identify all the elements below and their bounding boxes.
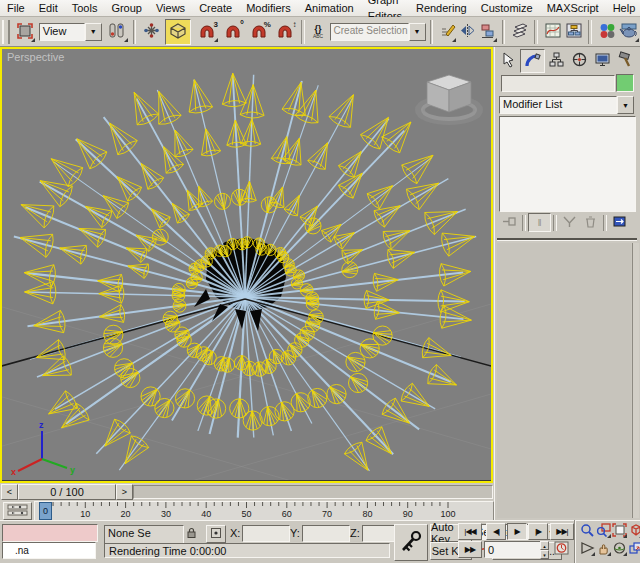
y-coordinate-label: Y:: [290, 527, 300, 539]
previous-frame-button[interactable]: ◀|: [486, 523, 506, 540]
schematic-view-button[interactable]: [563, 20, 584, 43]
angle-snap-button[interactable]: °: [221, 20, 245, 43]
menu-edit[interactable]: Edit: [32, 0, 65, 16]
zoom-extents-icon: [612, 523, 627, 539]
toolbar-separator: [133, 20, 137, 44]
maxscript-listener-line[interactable]: .na: [2, 542, 96, 559]
modifier-stack-list[interactable]: [499, 116, 636, 212]
selection-region-icon: [16, 22, 33, 41]
make-unique-button[interactable]: [559, 214, 580, 231]
configure-modifier-sets-button[interactable]: [609, 214, 630, 231]
menu-file[interactable]: File: [0, 0, 32, 16]
mirror-button[interactable]: [457, 20, 477, 43]
angle-snap-label: °: [240, 19, 244, 30]
remove-modifier-button[interactable]: [580, 214, 601, 231]
play-button[interactable]: ▶: [507, 523, 527, 540]
create-selection-set-combo[interactable]: Create Selection Set ▼: [330, 23, 426, 41]
menu-animation[interactable]: Animation: [298, 0, 361, 16]
chevron-down-icon[interactable]: ▼: [409, 23, 426, 41]
mini-curve-editor-button[interactable]: [3, 502, 32, 520]
toolbar-drag-handle[interactable]: [2, 20, 10, 44]
snaps-toggle-button[interactable]: [165, 19, 191, 45]
go-to-start-button[interactable]: |◀◀: [458, 523, 482, 540]
menu-tools[interactable]: Tools: [65, 0, 105, 16]
set-keys-button[interactable]: [394, 524, 428, 561]
spinner-snap-button[interactable]: ↕: [273, 20, 297, 43]
tab-modify[interactable]: [520, 49, 545, 73]
menu-views[interactable]: Views: [149, 0, 192, 16]
object-name-field[interactable]: [501, 75, 615, 92]
z-coordinate-field[interactable]: [362, 525, 396, 542]
time-slider-handle[interactable]: 0 / 100: [18, 484, 116, 500]
menu-group[interactable]: Group: [104, 0, 149, 16]
chevron-down-icon[interactable]: ▼: [85, 23, 102, 41]
rollout-scrollbar[interactable]: [632, 243, 639, 518]
menu-bar: File Edit Tools Group Views Create Modif…: [0, 0, 640, 17]
perspective-viewport[interactable]: zxy Perspective: [0, 47, 493, 483]
spinner-up-icon[interactable]: ▴: [540, 541, 549, 550]
selection-region-button[interactable]: [14, 20, 36, 43]
min-max-toggle-button[interactable]: [626, 541, 640, 557]
selection-lock-button[interactable]: [182, 525, 201, 542]
time-configuration-button[interactable]: [552, 541, 571, 557]
next-frame-button[interactable]: |▶: [528, 523, 548, 540]
zoom-extents-all-button[interactable]: [626, 523, 640, 539]
current-frame-marker[interactable]: 0: [39, 502, 52, 520]
mini-curve-editor-icon: [7, 504, 28, 518]
main-toolbar: View ▼ 3: [0, 17, 640, 47]
menu-modifiers[interactable]: Modifiers: [239, 0, 298, 16]
menu-create[interactable]: Create: [192, 0, 239, 16]
frame-spinner[interactable]: ▴ ▾: [540, 541, 549, 557]
material-editor-button[interactable]: [596, 20, 617, 43]
use-pivot-point-center-button[interactable]: [105, 20, 129, 43]
tab-motion[interactable]: [568, 49, 591, 71]
svg-text:70: 70: [322, 509, 332, 518]
zoom-icon: [580, 523, 595, 539]
modifier-stack-toolbar: ‖: [499, 213, 634, 232]
align-button[interactable]: [478, 20, 498, 43]
y-coordinate-field[interactable]: [302, 525, 350, 542]
pin-stack-button[interactable]: [499, 214, 520, 231]
reference-coordinate-combo[interactable]: View ▼: [39, 23, 102, 41]
x-coordinate-field[interactable]: [242, 525, 290, 542]
create-selection-set-value: Create Selection Set: [330, 23, 409, 41]
tab-display[interactable]: [591, 49, 614, 71]
tab-utilities[interactable]: [614, 49, 637, 71]
edit-named-selection-sets-button[interactable]: [437, 20, 457, 43]
display-tab-icon: [594, 51, 611, 70]
time-slider-next-button[interactable]: >: [116, 484, 133, 500]
percent-snap-button[interactable]: %: [247, 20, 271, 43]
menu-customize[interactable]: Customize: [474, 0, 540, 16]
select-and-manipulate-button[interactable]: [140, 20, 162, 43]
render-setup-button[interactable]: [617, 20, 640, 43]
object-color-swatch[interactable]: [616, 74, 634, 92]
toolbar-separator: [588, 20, 592, 44]
chevron-down-icon[interactable]: ▼: [617, 96, 634, 114]
time-slider-track[interactable]: [133, 485, 493, 499]
named-selection-sets-button[interactable]: {} ABC: [309, 20, 328, 43]
snap-3d-button[interactable]: 3: [195, 20, 219, 43]
mirror-icon: [459, 22, 476, 41]
track-bar-ruler[interactable]: 0102030405060708090100: [34, 501, 494, 521]
maxscript-listener-macro-line[interactable]: [2, 524, 98, 542]
key-mode-toggle-button[interactable]: ▶▶: [458, 541, 482, 558]
current-frame-field[interactable]: [484, 541, 541, 558]
viewport-label[interactable]: Perspective: [7, 51, 64, 63]
schematic-view-icon: [565, 22, 583, 41]
tab-create[interactable]: [497, 49, 520, 71]
toolbar-separator: [430, 20, 434, 44]
curve-editor-button[interactable]: [542, 20, 563, 43]
menu-rendering[interactable]: Rendering: [409, 0, 474, 16]
go-to-end-button[interactable]: ▶▶|: [550, 523, 574, 540]
tab-hierarchy[interactable]: [545, 49, 568, 71]
time-slider-prev-button[interactable]: <: [1, 484, 18, 500]
menu-help[interactable]: Help: [606, 0, 640, 16]
absolute-mode-toggle-button[interactable]: [206, 525, 226, 543]
modifier-list-combo[interactable]: Modifier List ▼: [499, 96, 634, 114]
x-coordinate-label: X:: [230, 527, 240, 539]
svg-text:z: z: [39, 420, 44, 430]
layer-manager-button[interactable]: [509, 20, 530, 43]
menu-maxscript[interactable]: MAXScript: [540, 0, 606, 16]
show-end-result-button[interactable]: ‖: [528, 213, 551, 232]
spinner-down-icon[interactable]: ▾: [540, 550, 549, 559]
